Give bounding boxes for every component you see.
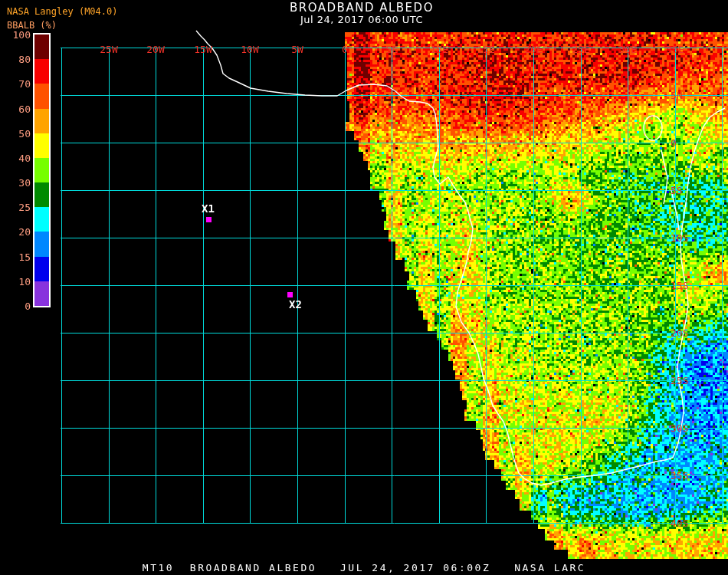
- longitude-label: 0: [342, 44, 348, 55]
- longitude-label: 25E: [572, 44, 589, 55]
- colorbar-tick-label: 60: [3, 103, 31, 114]
- colorbar-segment: [34, 59, 49, 84]
- latitude-label: 40S: [671, 518, 688, 529]
- colorbar-segment: [34, 34, 49, 60]
- longitude-label: 20W: [146, 44, 164, 55]
- page-title: BROADBAND ALBEDO: [0, 1, 723, 15]
- latitude-label: 0: [671, 137, 677, 149]
- colorbar-segment: [34, 84, 49, 109]
- colorbar-tick-label: 80: [3, 54, 31, 65]
- longitude-label: 15E: [477, 44, 494, 55]
- colorbar-segment: [34, 109, 49, 134]
- latitude-label: 35S: [671, 470, 688, 481]
- longitude-label: 10E: [430, 44, 448, 55]
- colorbar-tick-label: 10: [3, 275, 31, 287]
- latitude-label: 20S: [671, 327, 688, 339]
- colorbar-segment: [34, 133, 49, 159]
- colorbar-tick-label: 40: [3, 152, 31, 163]
- plotted-point-x1: [206, 217, 212, 222]
- colorbar: [33, 33, 51, 307]
- colorbar-tick-label: 70: [3, 78, 31, 90]
- colorbar-segment: [34, 158, 49, 183]
- colorbar-tick-label: 50: [3, 127, 31, 139]
- latitude-label: 15S: [671, 280, 688, 291]
- status-bar: MT10 BROADBAND ALBEDO JUL 24, 2017 06:00…: [0, 562, 728, 573]
- colorbar-tick-label: 30: [3, 177, 31, 189]
- colorbar-tick-label: 20: [3, 226, 31, 238]
- latitude-label: 5S: [671, 185, 683, 196]
- page-subtitle: Jul 24, 2017 06:00 UTC: [0, 14, 723, 25]
- plotted-point-x2: [287, 292, 293, 297]
- latitude-label: 25S: [671, 375, 688, 386]
- colorbar-segment: [34, 232, 49, 257]
- longitude-label: 5E: [385, 44, 398, 55]
- latitude-label: 30S: [671, 422, 688, 434]
- longitude-label: 5W: [291, 44, 303, 55]
- plotted-point-label-x2: X2: [289, 298, 302, 310]
- colorbar-tick-label: 25: [3, 202, 31, 213]
- longitude-label: 20E: [524, 44, 542, 55]
- colorbar-segment: [34, 182, 49, 208]
- plotted-point-label-x1: X1: [202, 202, 215, 215]
- longitude-label: 35E: [666, 44, 684, 55]
- colorbar-tick-label: 0: [3, 301, 31, 312]
- longitude-label: 30E: [618, 44, 636, 55]
- colorbar-segment: [34, 207, 49, 232]
- albedo-map-canvas: [0, 0, 728, 575]
- colorbar-segment: [34, 281, 49, 307]
- latitude-label: 5N: [671, 90, 683, 101]
- longitude-label: 25W: [100, 44, 117, 55]
- longitude-label: 10W: [241, 44, 258, 55]
- longitude-label: 15W: [194, 44, 212, 55]
- latitude-label: 10S: [671, 232, 688, 244]
- colorbar-tick-label: 15: [3, 251, 31, 262]
- viewport: NASA Langley (M04.0) BBALB (%) BROADBAND…: [0, 0, 728, 575]
- colorbar-tick-label: 100: [3, 29, 31, 41]
- colorbar-segment: [34, 257, 49, 282]
